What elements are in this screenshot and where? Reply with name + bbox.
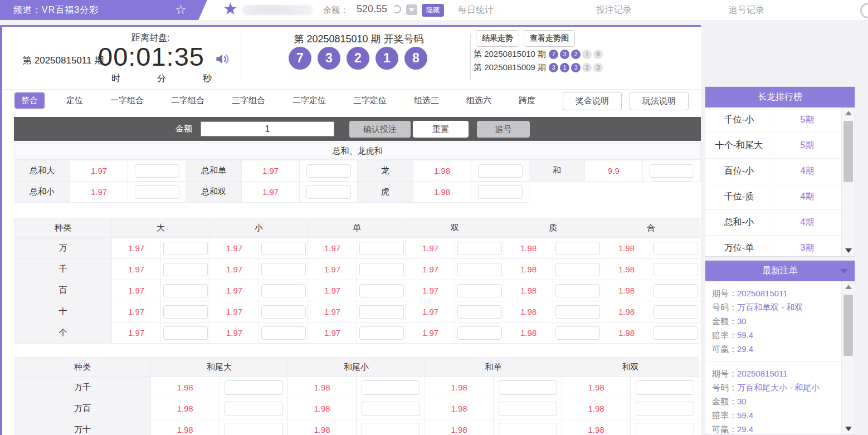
order-number-label: 号码： — [712, 302, 737, 312]
bet-amount-input[interactable] — [654, 263, 698, 276]
bet-amount-input[interactable] — [650, 164, 694, 178]
balance-dropdown-button[interactable] — [406, 4, 417, 15]
draw-ball: 1 — [376, 47, 398, 70]
bet-amount-input[interactable] — [261, 305, 306, 319]
bet-amount-input[interactable] — [261, 242, 306, 255]
bet-amount-input[interactable] — [359, 263, 404, 276]
bet-amount-input[interactable] — [636, 402, 694, 416]
tab-整合[interactable]: 整合 — [14, 92, 45, 109]
amount-input[interactable] — [201, 121, 334, 136]
favorite-star-icon[interactable]: ☆ — [175, 2, 187, 17]
bet-amount-input[interactable] — [555, 263, 600, 276]
bet-amount-input[interactable] — [478, 164, 523, 178]
tab-一字组合[interactable]: 一字组合 — [105, 92, 149, 109]
tab-跨度[interactable]: 跨度 — [513, 92, 541, 109]
bet-amount-input[interactable] — [499, 423, 557, 435]
bet-amount-input[interactable] — [636, 423, 694, 435]
bet-amount-input[interactable] — [362, 380, 420, 395]
bet-amount-input[interactable] — [261, 326, 306, 340]
bet-amount-input[interactable] — [636, 380, 694, 395]
scroll-up-icon[interactable] — [842, 107, 855, 119]
streak-scrollbar[interactable] — [841, 107, 855, 256]
tab-组选三[interactable]: 组选三 — [408, 92, 445, 109]
orders-scrollbar[interactable] — [841, 281, 855, 434]
result-trend-button[interactable]: 结果走势 — [476, 30, 519, 47]
bet-amount-input[interactable] — [654, 284, 698, 297]
odds-value: 1.98 — [504, 301, 553, 322]
streak-row[interactable]: 万位-单3期 — [705, 236, 841, 256]
bet-amount-input[interactable] — [555, 242, 600, 255]
hide-balance-button[interactable]: 隐藏 — [422, 4, 444, 17]
rules-info-button[interactable]: 玩法说明 — [630, 92, 689, 110]
bet-amount-input[interactable] — [359, 305, 404, 319]
tab-二字定位[interactable]: 二字定位 — [287, 92, 331, 109]
prize-info-button[interactable]: 奖金说明 — [563, 92, 622, 110]
bet-amount-input[interactable] — [261, 284, 306, 297]
tab-三字定位[interactable]: 三字定位 — [348, 92, 392, 109]
bet-amount-input[interactable] — [457, 242, 502, 255]
unit-minute: 分 — [157, 73, 166, 85]
bet-amount-input[interactable] — [457, 305, 502, 319]
bet-amount-input[interactable] — [163, 326, 208, 340]
bet-amount-input[interactable] — [225, 423, 283, 435]
bet-amount-input[interactable] — [225, 380, 283, 395]
streak-count: 4期 — [773, 184, 841, 209]
odds-value: 1.98 — [151, 398, 220, 419]
floating-widget-partial[interactable] — [860, 3, 868, 18]
bet-amount-input[interactable] — [261, 263, 306, 276]
bet-amount-input[interactable] — [163, 305, 208, 319]
bet-amount-input[interactable] — [163, 242, 208, 255]
bet-amount-input[interactable] — [359, 326, 404, 340]
bet-amount-input[interactable] — [225, 402, 283, 416]
bet-amount-input[interactable] — [306, 185, 351, 199]
odds-value: 1.98 — [151, 419, 220, 435]
bet-amount-input[interactable] — [555, 284, 600, 297]
streak-row[interactable]: 总和-小4期 — [705, 210, 841, 236]
chase-number-button[interactable]: 追号 — [477, 121, 530, 138]
bet-amount-input[interactable] — [478, 185, 523, 199]
bet-amount-input[interactable] — [163, 284, 208, 297]
streak-row[interactable]: 十个-和尾大5期 — [705, 133, 841, 159]
bet-amount-input[interactable] — [359, 242, 404, 255]
bet-amount-input[interactable] — [499, 402, 557, 416]
menu-daily-stats[interactable]: 每日统计 — [458, 4, 494, 16]
tab-组选六[interactable]: 组选六 — [461, 92, 497, 109]
bet-amount-input[interactable] — [135, 185, 179, 199]
confirm-bet-button[interactable]: 确认投注 — [349, 121, 411, 138]
bet-amount-input[interactable] — [555, 326, 600, 340]
bet-amount-input[interactable] — [555, 305, 600, 319]
streak-row[interactable]: 千位-质4期 — [705, 184, 841, 210]
tab-定位[interactable]: 定位 — [61, 92, 89, 109]
view-trend-chart-button[interactable]: 查看走势图 — [524, 30, 575, 47]
bet-amount-input[interactable] — [135, 164, 179, 178]
scroll-down-icon[interactable] — [842, 245, 855, 256]
refresh-icon[interactable] — [393, 5, 401, 13]
bet-amount-input[interactable] — [457, 263, 502, 276]
bet-amount-input[interactable] — [163, 263, 208, 276]
tab-三字组合[interactable]: 三字组合 — [226, 92, 271, 109]
speaker-icon[interactable] — [214, 51, 230, 67]
bet-amount-input[interactable] — [499, 380, 557, 395]
bet-amount-input[interactable] — [359, 284, 404, 297]
bet-amount-input[interactable] — [654, 326, 698, 340]
streak-row[interactable]: 千位-小5期 — [705, 107, 841, 133]
collapse-icon[interactable] — [840, 269, 848, 273]
bet-input-cell — [161, 259, 210, 280]
reset-button[interactable]: 重置 — [413, 121, 469, 138]
bet-amount-input[interactable] — [362, 423, 420, 435]
streak-row[interactable]: 百位-小4期 — [705, 159, 841, 184]
menu-chase-records[interactable]: 追号记录 — [729, 4, 764, 16]
bet-amount-input[interactable] — [654, 305, 698, 319]
bet-amount-input[interactable] — [362, 402, 420, 416]
bet-amount-input[interactable] — [306, 164, 351, 178]
scrollbar-thumb[interactable] — [843, 295, 853, 356]
scrollbar-thumb[interactable] — [843, 121, 853, 182]
scroll-down-icon[interactable] — [842, 423, 855, 434]
menu-bet-records[interactable]: 投注记录 — [596, 4, 632, 16]
tab-二字组合[interactable]: 二字组合 — [165, 92, 210, 109]
bet-amount-input[interactable] — [654, 242, 698, 255]
scroll-up-icon[interactable] — [842, 281, 855, 292]
history-ball: 2 — [571, 50, 581, 59]
bet-amount-input[interactable] — [457, 284, 502, 297]
bet-amount-input[interactable] — [457, 326, 502, 340]
